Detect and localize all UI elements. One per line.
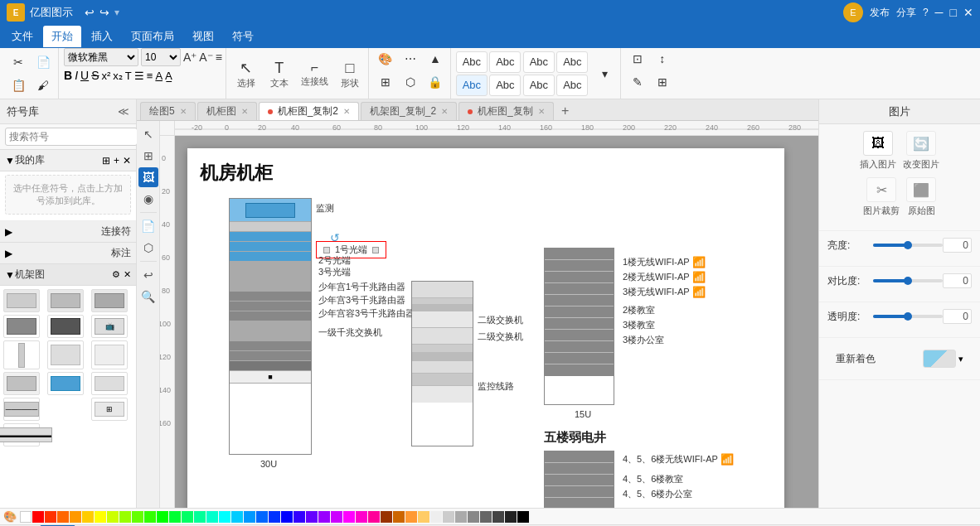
symbol-item-8[interactable] — [47, 340, 84, 369]
rack-close-icon[interactable]: ✕ — [124, 269, 131, 280]
help-btn[interactable]: ? — [923, 7, 929, 18]
rack-section-header[interactable]: ▼ 机架图 ⚙ ✕ — [0, 264, 136, 286]
extra-btn[interactable]: ⊞ — [651, 71, 674, 93]
color-swatch-4[interactable] — [70, 511, 81, 523]
shape-tool[interactable]: □ 形状 — [335, 58, 365, 89]
bg-color-btn[interactable]: A̲ — [165, 70, 172, 82]
color-swatch-10[interactable] — [144, 511, 156, 523]
color-swatch-6[interactable] — [95, 511, 106, 523]
font-family-select[interactable]: 微软雅黑 — [64, 48, 138, 66]
color-swatch-22[interactable] — [294, 511, 305, 523]
color-swatch-14[interactable] — [194, 511, 206, 523]
tab-add-btn[interactable]: + — [555, 102, 575, 120]
minimize-btn[interactable]: ─ — [935, 6, 944, 19]
tab-drawing5-close[interactable]: ✕ — [180, 107, 187, 116]
rack-settings-icon[interactable]: ⚙ — [112, 269, 120, 280]
color-swatch-13[interactable] — [182, 511, 193, 523]
symbol-item-9[interactable] — [91, 340, 128, 369]
color-swatch-23[interactable] — [306, 511, 318, 523]
color-swatch-34[interactable] — [443, 511, 454, 523]
text-color-btn[interactable]: A — [155, 70, 163, 82]
color-dropper-icon[interactable]: 🎨 — [3, 510, 17, 523]
style-expand-btn[interactable]: ▾ — [594, 63, 617, 84]
color-swatch-33[interactable] — [430, 511, 442, 523]
tab-cabinet[interactable]: 机柜图 ✕ — [197, 102, 257, 120]
text-tool[interactable]: T 文本 — [264, 58, 294, 89]
color-swatch-7[interactable] — [107, 511, 119, 523]
symbol-item-6[interactable]: 📺 — [91, 315, 128, 338]
copy-btn[interactable]: 📄 — [32, 51, 55, 73]
canvas-scroll[interactable]: 机房机柜 — [175, 136, 818, 508]
search-input[interactable] — [5, 128, 138, 146]
color-swatch-19[interactable] — [256, 511, 268, 523]
symbol-item-3[interactable] — [91, 289, 128, 312]
side-image-btn[interactable]: 🖼 — [138, 167, 158, 187]
list-btn[interactable]: ☰ — [134, 70, 144, 82]
menu-page-layout[interactable]: 页面布局 — [123, 26, 182, 47]
abc-style-7[interactable]: Abc — [523, 75, 555, 96]
distribute-btn[interactable]: ↕ — [651, 48, 674, 70]
color-swatch-39[interactable] — [505, 511, 517, 523]
color-swatch-36[interactable] — [468, 511, 479, 523]
tab-cabinet-copy-close[interactable]: ✕ — [538, 107, 545, 116]
symbol-item-12[interactable] — [91, 372, 128, 395]
cabinet-30u[interactable]: ■ — [229, 198, 312, 455]
color-swatch-16[interactable] — [219, 511, 230, 523]
tab-cabinet-copy2-close[interactable]: ✕ — [343, 107, 350, 116]
redo-btn[interactable]: ↪ — [99, 6, 109, 19]
connector-tool[interactable]: ⌐ 连接线 — [298, 59, 332, 88]
symbol-item-7[interactable] — [3, 340, 40, 369]
side-hex-btn[interactable]: ⬡ — [138, 238, 158, 258]
cut-btn[interactable]: ✂ — [7, 51, 30, 73]
italic-btn[interactable]: I — [75, 69, 78, 82]
symbol-item-13[interactable]: ────── — [3, 398, 40, 421]
text-align-btn[interactable]: ≡ — [216, 51, 222, 64]
color-swatch-9[interactable] — [132, 511, 143, 523]
abc-style-5[interactable]: Abc — [456, 75, 488, 96]
color-swatch-37[interactable] — [480, 511, 492, 523]
tab-rack-copy2-close[interactable]: ✕ — [441, 107, 448, 116]
symbol-item-11[interactable] — [47, 372, 84, 395]
abc-style-6[interactable]: Abc — [489, 75, 521, 96]
publish-btn[interactable]: 发布 — [870, 6, 890, 20]
opacity-value[interactable] — [943, 309, 972, 324]
brightness-slider[interactable] — [873, 244, 943, 247]
format-painter-btn[interactable]: 🖌 — [32, 75, 55, 96]
more-btn[interactable]: ▾ — [114, 7, 119, 18]
menu-view[interactable]: 视图 — [184, 26, 222, 47]
original-image-tool[interactable]: ⬛ 原始图 — [906, 177, 936, 217]
undo-btn[interactable]: ↩ — [85, 6, 95, 19]
color-swatch-18[interactable] — [244, 511, 255, 523]
symbol-item-4[interactable] — [3, 315, 40, 338]
bold-btn[interactable]: B — [64, 69, 72, 82]
color-swatch-5[interactable] — [82, 511, 94, 523]
color-swatch-2[interactable] — [45, 511, 56, 523]
edit-btn[interactable]: ✎ — [626, 71, 649, 93]
color-swatch-21[interactable] — [281, 511, 293, 523]
my-library-close-icon[interactable]: ✕ — [123, 155, 131, 166]
tab-cabinet-copy2[interactable]: 机柜图_复制2 ✕ — [259, 102, 359, 120]
contrast-slider[interactable] — [873, 279, 943, 282]
color-swatch-28[interactable] — [368, 511, 380, 523]
opacity-slider[interactable] — [873, 315, 943, 318]
color-swatch-31[interactable] — [405, 511, 417, 523]
side-page-btn[interactable]: 📄 — [138, 216, 158, 236]
color-swatch-35[interactable] — [455, 511, 467, 523]
cabinet-weak[interactable] — [544, 451, 614, 508]
contrast-value[interactable] — [943, 273, 972, 288]
my-library-header[interactable]: ▼ 我的库 ⊞ + ✕ — [0, 150, 136, 171]
my-library-settings-icon[interactable]: + — [114, 155, 119, 166]
color-red[interactable] — [32, 511, 44, 523]
side-cursor-btn[interactable]: ↖ — [138, 124, 158, 144]
font-size-select[interactable]: 10 — [141, 48, 181, 66]
panel-collapse-icon[interactable]: ≪ — [118, 105, 129, 118]
abc-style-2[interactable]: Abc — [489, 51, 521, 73]
recolor-dropdown[interactable]: ▾ — [958, 354, 963, 364]
color-swatch-38[interactable] — [492, 511, 504, 523]
crop-image-tool[interactable]: ✂ 图片裁剪 — [863, 177, 900, 217]
tab-drawing5[interactable]: 绘图5 ✕ — [140, 102, 196, 120]
insert-image-tool[interactable]: 🖼 插入图片 — [860, 131, 896, 171]
arrange-order-btn[interactable]: ⊡ — [626, 48, 649, 70]
color-swatch-24[interactable] — [318, 511, 330, 523]
color-swatch-30[interactable] — [393, 511, 405, 523]
